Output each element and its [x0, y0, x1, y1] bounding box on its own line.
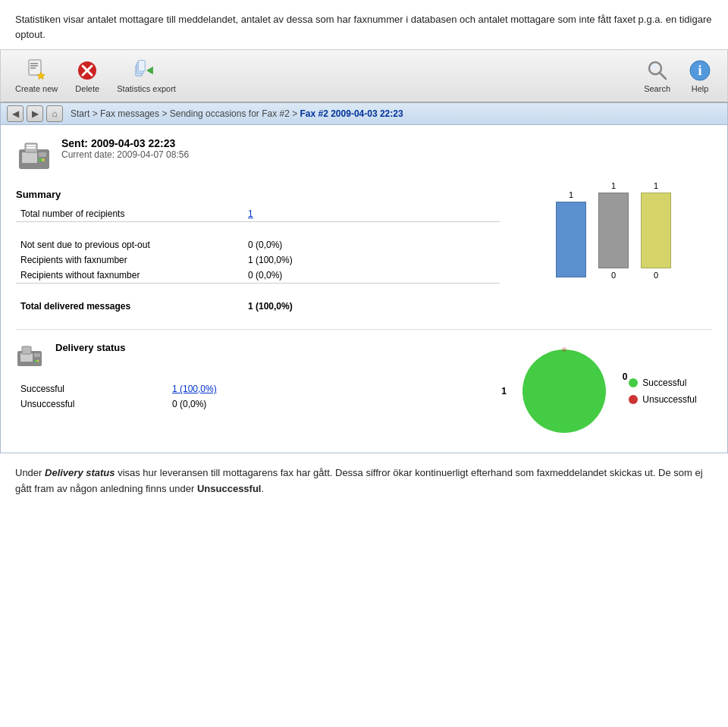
bottom-text: Under Delivery status visas hur leverans… [0, 453, 728, 509]
legend-item: Successful [629, 378, 696, 388]
bottom-text-part1: Under [15, 467, 45, 478]
current-date: Current date: 2009-04-07 08:56 [61, 149, 189, 160]
delivery-icon [16, 342, 46, 372]
legend-label: Successful [642, 378, 686, 388]
delivery-stats-table: Successful1 (100,0%)Unsuccessful0 (0,0%) [16, 381, 485, 412]
svg-rect-10 [138, 61, 145, 71]
search-label: Search [644, 84, 670, 93]
bottom-text-part3: . [262, 483, 265, 494]
forward-button[interactable]: ▶ [27, 105, 43, 122]
breadcrumb-prefix: Start > Fax messages > Sending occasions… [71, 108, 300, 119]
bar-bottom-label: 0 [611, 271, 616, 280]
stats-table: Total number of recipients1 Not sent due… [16, 206, 500, 314]
svg-point-14 [651, 64, 656, 69]
sent-date: Sent: 2009-04-03 22:23 [61, 137, 189, 149]
bar-group: 1 [556, 190, 586, 280]
stat-value: 1 (100,0%) [243, 299, 500, 314]
pie-label-unsuccessful: 0 [623, 371, 628, 382]
legend-label: Unsuccessful [642, 394, 696, 405]
sent-info-row: Sent: 2009-04-03 22:23 Current date: 200… [16, 137, 712, 174]
statistics-export-icon [134, 58, 158, 83]
stat-value: 0 (0,0%) [243, 237, 500, 252]
summary-section: Summary Total number of recipients1 Not … [16, 189, 712, 314]
delivery-header: Delivery status [16, 342, 485, 372]
table-row: Successful1 (100,0%) [16, 381, 485, 396]
fax-machine-icon [16, 137, 52, 174]
delivery-value: 0 (0,0%) [168, 396, 485, 412]
stat-value: 1 (100,0%) [243, 252, 500, 268]
svg-rect-1 [30, 63, 38, 64]
main-content: Sent: 2009-04-03 22:23 Current date: 200… [0, 125, 728, 453]
summary-table: Summary Total number of recipients1 Not … [16, 189, 500, 314]
svg-rect-28 [22, 346, 31, 354]
bar [641, 193, 671, 268]
breadcrumb-current: Fax #2 2009-04-03 22:23 [300, 108, 403, 119]
table-row: Not sent due to previous opt-out0 (0,0%) [16, 237, 500, 252]
delivery-label: Successful [16, 381, 168, 396]
svg-rect-18 [22, 152, 37, 163]
svg-point-29 [35, 360, 37, 362]
bar-group: 10 [641, 181, 671, 280]
pie-chart-container: 1 0 SuccessfulUnsuccessful [500, 342, 712, 440]
delivery-status-term: Delivery status [45, 467, 115, 478]
help-button[interactable]: i Help [680, 55, 720, 97]
table-row: Recipients without faxnumber0 (0,0%) [16, 268, 500, 284]
svg-point-32 [562, 347, 566, 352]
svg-rect-3 [30, 67, 36, 69]
statistics-export-button[interactable]: Statistics export [110, 55, 183, 97]
legend-color [629, 378, 638, 387]
pie-legend: SuccessfulUnsuccessful [629, 378, 696, 405]
back-button[interactable]: ◀ [7, 105, 24, 122]
stat-label: Recipients with faxnumber [16, 252, 243, 268]
legend-item: Unsuccessful [629, 394, 696, 405]
svg-rect-22 [27, 147, 36, 149]
delivery-info: Delivery status Successful1 (100,0%)Unsu… [16, 342, 485, 440]
stat-value: 0 (0,0%) [243, 268, 500, 284]
toolbar: Create new Delete Statistics export [0, 49, 728, 103]
bar-top-label: 1 [611, 181, 616, 190]
bar [556, 202, 586, 277]
table-row: Recipients with faxnumber1 (100,0%) [16, 252, 500, 268]
intro-text: Statistiken visar antalet mottagare till… [0, 0, 728, 49]
delete-label: Delete [75, 84, 99, 93]
create-new-icon [24, 58, 49, 83]
bar-top-label: 1 [654, 181, 658, 190]
svg-rect-26 [20, 353, 33, 362]
create-new-button[interactable]: Create new [8, 55, 64, 97]
create-new-label: Create new [15, 84, 58, 93]
table-row: Unsuccessful0 (0,0%) [16, 396, 485, 412]
svg-rect-19 [39, 152, 46, 157]
stat-label: Total delivered messages [16, 299, 243, 314]
svg-point-31 [522, 349, 606, 433]
stat-value[interactable]: 1 [243, 206, 500, 222]
pie-chart [515, 342, 613, 440]
bar [598, 193, 629, 268]
delete-icon [75, 58, 99, 83]
delivery-value[interactable]: 1 (100,0%) [168, 381, 485, 396]
unsuccessful-term: Unsuccessful [197, 483, 262, 494]
bar-chart-container: 11010 [515, 189, 712, 314]
help-icon: i [688, 58, 712, 83]
delivery-title: Delivery status [55, 342, 126, 353]
svg-point-23 [39, 158, 42, 161]
table-row: Total delivered messages1 (100,0%) [16, 299, 500, 314]
home-button[interactable]: ⌂ [46, 105, 63, 122]
statistics-export-label: Statistics export [117, 84, 176, 93]
svg-line-13 [660, 73, 666, 79]
stat-label: Not sent due to previous opt-out [16, 237, 243, 252]
stat-label: Recipients without faxnumber [16, 268, 243, 284]
delete-button[interactable]: Delete [67, 55, 107, 97]
delivery-section: Delivery status Successful1 (100,0%)Unsu… [16, 329, 712, 440]
svg-rect-27 [34, 353, 40, 357]
svg-text:i: i [698, 63, 701, 78]
bar-top-label: 1 [569, 190, 573, 199]
delivery-label: Unsuccessful [16, 396, 168, 412]
svg-rect-21 [27, 145, 36, 146]
bar-bottom-label: 0 [654, 271, 658, 280]
table-row: Total number of recipients1 [16, 206, 500, 222]
sent-info-text: Sent: 2009-04-03 22:23 Current date: 200… [61, 137, 189, 160]
search-button[interactable]: Search [637, 55, 677, 97]
svg-rect-2 [30, 65, 38, 67]
bar-group: 10 [598, 181, 629, 280]
svg-point-24 [42, 158, 45, 161]
